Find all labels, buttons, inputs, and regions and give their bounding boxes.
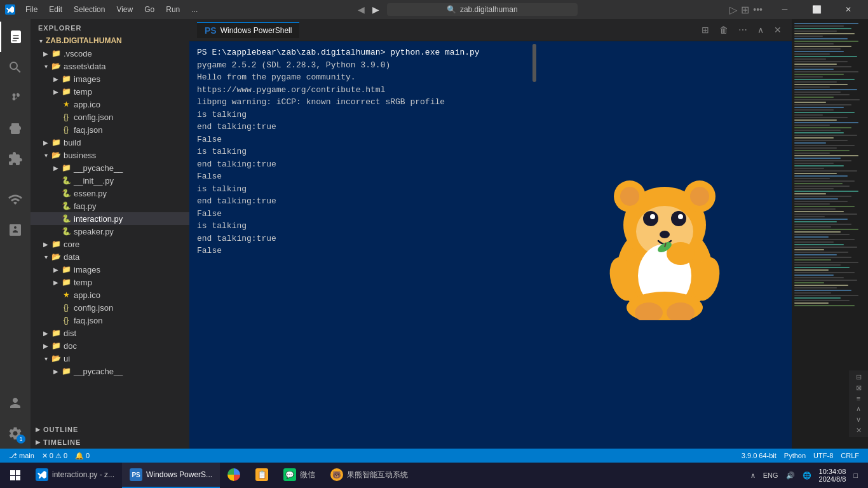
outline-section[interactable]: ▶ OUTLINE [31,423,189,436]
svg-point-7 [643,211,658,226]
minimize-button[interactable]: ─ [770,0,799,19]
tree-item-pycache2[interactable]: ▶ 📁 __pycache__ [31,365,189,377]
taskbar-notes[interactable]: 📋 [248,463,276,488]
tree-item-images1[interactable]: ▶ 📁 images [31,72,189,85]
menu-go[interactable]: Go [139,3,159,17]
layout-icon[interactable]: ≡ [857,395,860,402]
nav-back-button[interactable]: ◀ [355,3,367,16]
nav-forward-button[interactable]: ▶ [370,3,382,16]
tree-item-app-ico1[interactable]: ▶ ★ app.ico [31,98,189,111]
split-editor-icon[interactable]: ⊞ [741,4,749,16]
tree-item-images2[interactable]: ▶ 📁 images [31,263,189,276]
tree-item-app-ico2[interactable]: ▶ ★ app.ico [31,288,189,301]
tree-item-doc[interactable]: ▶ 📁 doc [31,339,189,352]
tree-item-faq-json2[interactable]: ▶ {} faq.json [31,314,189,327]
error-count: 0 [50,452,53,459]
terminal-output[interactable]: PS E:\zapplebear\zab\zab.digitalhuman> p… [189,41,531,449]
activity-explorer[interactable] [0,22,31,52]
menu-more[interactable]: ... [186,3,203,17]
taskbar-bear-app[interactable]: 🐻 果熊智能互动系统 [323,463,416,488]
activity-run-debug[interactable] [0,113,31,144]
close-panel-icon[interactable]: ✕ [856,426,862,435]
network-icon[interactable]: 🌐 [800,470,814,481]
menu-file[interactable]: File [20,3,43,17]
branch-name: main [19,452,34,459]
file-label: __init__.py [74,176,114,186]
tree-item-essen-py[interactable]: ▶ 🐍 essen.py [31,187,189,200]
tree-item-temp2[interactable]: ▶ 📁 temp [31,276,189,288]
menu-run[interactable]: Run [161,3,185,17]
python-version-status[interactable]: 3.9.0 64-bit [738,452,780,459]
terminal-more-icon[interactable]: ⋯ [736,24,750,36]
tree-item-assets-data[interactable]: ▾ 📂 assets\data [31,60,189,72]
close-button[interactable]: ✕ [834,0,863,19]
tree-item-ui[interactable]: ▾ 📂 ui [31,352,189,365]
more-actions-icon[interactable]: ••• [753,4,763,15]
tree-item-pycache1[interactable]: ▶ 📁 __pycache__ [31,161,189,174]
run-icon[interactable]: ▷ [729,4,737,16]
menu-selection[interactable]: Selection [69,3,110,17]
source-control-status[interactable]: ⎇ main [5,452,38,460]
tree-item-speaker-py[interactable]: ▶ 🐍 speaker.py [31,225,189,238]
encoding-status[interactable]: UTF-8 [810,452,837,459]
scroll-down-icon[interactable]: ∨ [856,416,861,424]
terminal-line-hello: Hello from the pygame community. https:/… [197,71,524,96]
show-hidden-icons[interactable]: ∧ [748,470,758,481]
taskbar-powershell[interactable]: PS Windows PowerS... [122,463,220,488]
tree-item-data[interactable]: ▾ 📂 data [31,250,189,263]
explorer-title: EXPLORER [31,19,189,34]
terminal-close-icon[interactable]: ✕ [771,24,784,36]
taskbar-chrome[interactable] [220,463,248,488]
tree-item-vscode[interactable]: ▶ 📁 .vscode [31,47,189,60]
folder-icon: 📁 [61,277,71,287]
keyboard-layout[interactable]: ENG [761,470,781,480]
notification-status[interactable]: 🔔 0 [71,452,93,460]
tree-item-interaction-py[interactable]: ▶ 🐍 interaction.py [31,212,189,225]
activity-extensions[interactable] [0,144,31,174]
timeline-section[interactable]: ▶ TIMELINE [31,436,189,449]
taskbar-clock[interactable]: 10:34:08 2024/8/8 [819,468,846,483]
volume-icon[interactable]: 🔊 [783,470,797,481]
tree-item-faq-py[interactable]: ▶ 🐍 faq.py [31,200,189,212]
tree-item-config-json1[interactable]: ▶ {} config.json [31,111,189,123]
activity-accounts[interactable] [0,388,31,418]
taskbar-vscode[interactable]: interaction.py - z... [28,463,122,488]
start-button[interactable] [3,463,28,488]
line-ending-status[interactable]: CRLF [837,452,863,459]
file-label: faq.json [74,316,103,325]
tree-item-dist[interactable]: ▶ 📁 dist [31,327,189,339]
tree-item-business[interactable]: ▾ 📂 business [31,149,189,161]
bear-character [595,168,735,323]
activity-settings[interactable]: 1 [0,418,31,449]
activity-source-control[interactable] [0,83,31,113]
terminal-scrollbar[interactable] [531,41,538,449]
activity-testing[interactable] [0,215,31,245]
menu-view[interactable]: View [111,3,138,17]
outline-label: OUTLINE [43,426,78,433]
toggle-panel-icon[interactable]: ⊟ [856,373,862,381]
tree-item-core[interactable]: ▶ 📁 core [31,238,189,250]
tree-item-faq-json1[interactable]: ▶ {} faq.json [31,123,189,136]
powershell-tab[interactable]: PS Windows PowerShell [197,22,299,38]
taskbar-wechat[interactable]: 💬 微信 [276,463,323,488]
terminal-up-icon[interactable]: ∧ [755,24,766,36]
language-status[interactable]: Python [780,452,810,459]
scroll-up-icon[interactable]: ∧ [856,405,861,413]
activity-remote-explorer[interactable] [0,184,31,215]
menu-edit[interactable]: Edit [44,3,67,17]
terminal-kill-icon[interactable]: 🗑 [717,24,731,36]
errors-status[interactable]: ✕ 0 ⚠ 0 [38,452,71,460]
notification-center[interactable]: □ [851,470,860,480]
folder-icon: 📁 [51,239,61,249]
tree-item-config-json2[interactable]: ▶ {} config.json [31,301,189,314]
restore-button[interactable]: ⬜ [802,0,831,19]
activity-search[interactable] [0,52,31,83]
tree-item-init-py[interactable]: ▶ 🐍 __init__.py [31,174,189,187]
split-down-icon[interactable]: ⊠ [856,384,862,392]
root-folder[interactable]: ▾ ZAB.DIGITALHUMAN [31,34,189,47]
title-bar-left: File Edit Selection View Go Run ... [5,3,203,17]
search-bar[interactable]: 🔍 zab.digitalhuman [387,3,578,16]
tree-item-build[interactable]: ▶ 📁 build [31,136,189,149]
terminal-split-icon[interactable]: ⊞ [699,24,712,36]
tree-item-temp1[interactable]: ▶ 📁 temp [31,85,189,98]
